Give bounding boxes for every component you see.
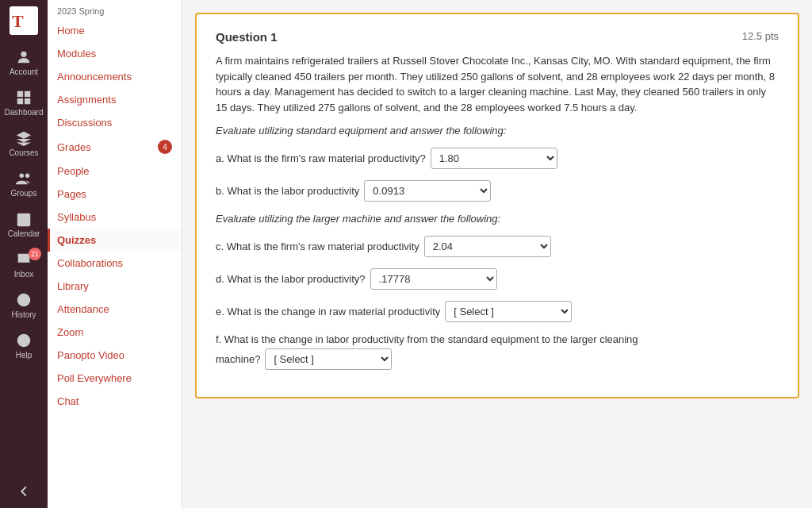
svg-rect-3 [17, 91, 23, 97]
question-points: 12.5 pts [742, 30, 779, 44]
sidebar-grades-row: Grades 4 [48, 134, 182, 160]
question-row-e: e. What is the change in raw material pr… [216, 301, 779, 322]
semester-label: 2023 Spring [48, 0, 182, 19]
svg-text:?: ? [21, 336, 27, 347]
dashboard-nav-item[interactable]: Dashboard [0, 83, 48, 123]
icon-rail: T Account Dashboard Courses Groups Calen… [0, 0, 48, 508]
sidebar-item-attendance[interactable]: Attendance [48, 298, 182, 321]
question-body: A firm maintains refrigerated trailers a… [216, 53, 779, 115]
question-e-label: e. What is the change in raw material pr… [216, 306, 440, 318]
course-sidebar: 2023 Spring Home Modules Announcements A… [48, 0, 182, 508]
sidebar-item-chat[interactable]: Chat [48, 390, 182, 413]
question-e-select[interactable]: [ Select ] Increased Decreased No change [445, 301, 572, 322]
sidebar-item-people[interactable]: People [48, 160, 182, 183]
sidebar-item-poll-everywhere[interactable]: Poll Everywhere [48, 367, 182, 390]
sidebar-item-home[interactable]: Home [48, 19, 182, 42]
account-nav-item[interactable]: Account [0, 42, 48, 83]
question-b-select[interactable]: 0.0913 0.1000 0.0800 0.0750 [364, 180, 491, 202]
question-b-label: b. What is the labor productivity [216, 185, 359, 197]
sidebar-item-collaborations[interactable]: Collaborations [48, 252, 182, 275]
svg-rect-6 [25, 98, 30, 104]
sidebar-item-library[interactable]: Library [48, 275, 182, 298]
sidebar-item-discussions[interactable]: Discussions [48, 111, 182, 134]
question-a-label: a. What is the firm's raw material produ… [216, 152, 426, 164]
sidebar-item-pages[interactable]: Pages [48, 183, 182, 206]
question-row-d: d. What is the labor productivity? .1777… [216, 268, 779, 290]
temple-logo: T [10, 6, 38, 37]
courses-nav-item[interactable]: Courses [0, 123, 48, 164]
question-d-select[interactable]: .17778 .15000 .20000 .18000 [370, 268, 497, 290]
question-header: Question 1 12.5 pts [216, 30, 779, 44]
course-nav: Home Modules Announcements Assignments D… [48, 19, 182, 413]
sidebar-item-syllabus[interactable]: Syllabus [48, 206, 182, 229]
sidebar-item-quizzes[interactable]: Quizzes [48, 229, 182, 252]
sidebar-item-announcements[interactable]: Announcements [48, 65, 182, 88]
sidebar-item-grades[interactable]: Grades [57, 141, 91, 153]
svg-rect-9 [17, 214, 31, 227]
question-row-c: c. What is the firm's raw material produ… [216, 236, 779, 257]
question-c-select[interactable]: 2.04 1.80 2.20 1.95 [424, 236, 551, 257]
question-row-b: b. What is the labor productivity 0.0913… [216, 180, 779, 202]
question-f-label: f. What is the change in labor productiv… [216, 333, 638, 345]
help-nav-item[interactable]: ? Help [0, 325, 48, 366]
main-content: Question 1 12.5 pts A firm maintains ref… [182, 0, 812, 508]
question-title: Question 1 [216, 30, 278, 44]
collapse-nav-item[interactable] [0, 476, 48, 508]
question-f-select[interactable]: [ Select ] Increased Decreased No change [265, 348, 392, 370]
question-a-select[interactable]: 1.80 1.50 2.00 1.25 [431, 148, 557, 169]
sidebar-item-assignments[interactable]: Assignments [48, 88, 182, 111]
question-d-label: d. What is the labor productivity? [216, 273, 366, 285]
grades-badge: 4 [158, 140, 172, 154]
svg-point-2 [21, 52, 26, 57]
section1-label: Evaluate utilizing standard equipment an… [216, 125, 779, 137]
svg-point-8 [25, 174, 30, 179]
svg-rect-5 [17, 98, 23, 104]
sidebar-item-modules[interactable]: Modules [48, 42, 182, 65]
question-c-label: c. What is the firm's raw material produ… [216, 241, 419, 252]
calendar-nav-item[interactable]: Calendar [0, 204, 48, 244]
question-f-label-part2: machine? [216, 353, 260, 365]
groups-nav-item[interactable]: Groups [0, 164, 48, 204]
inbox-nav-item[interactable]: 21 Inbox [0, 244, 48, 285]
svg-rect-4 [25, 91, 30, 97]
question-row-f: f. What is the change in labor productiv… [216, 333, 779, 370]
sidebar-item-panopto[interactable]: Panopto Video [48, 344, 182, 367]
svg-point-7 [20, 174, 25, 179]
question-card: Question 1 12.5 pts A firm maintains ref… [195, 13, 799, 398]
section2-label: Evaluate utilizing the larger machine an… [216, 213, 779, 225]
question-row-a: a. What is the firm's raw material produ… [216, 148, 779, 169]
svg-text:T: T [12, 11, 24, 31]
history-nav-item[interactable]: History [0, 285, 48, 325]
sidebar-item-zoom[interactable]: Zoom [48, 321, 182, 344]
inbox-badge: 21 [29, 248, 41, 260]
